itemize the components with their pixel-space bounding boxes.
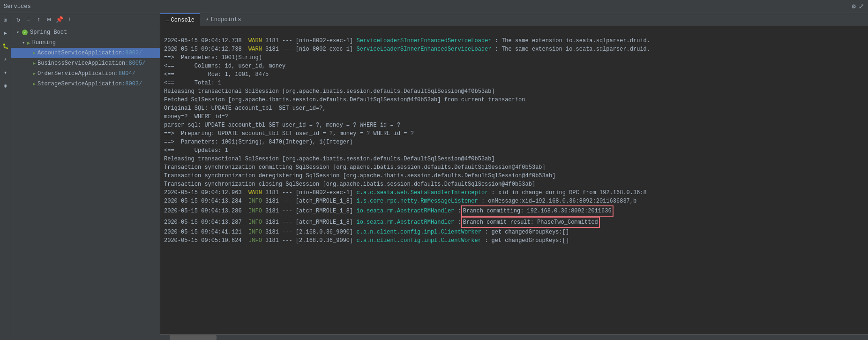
- console-tabs: ≡ Console ⚡ Endpoints: [160, 13, 868, 26]
- log-line: <== Columns: id, user_id, money: [160, 62, 868, 70]
- expand-icon[interactable]: ⤢: [859, 2, 864, 10]
- log-line: Releasing transactional SqlSession [org.…: [160, 87, 868, 96]
- expand-arrow-spring-boot: ▾: [15, 30, 21, 35]
- debug-icon[interactable]: 🐛: [1, 41, 10, 51]
- log-line: 2020-05-15 09:04:41.121 INFO 3181 --- [2…: [160, 228, 868, 236]
- bookmark-icon[interactable]: ✦: [1, 68, 10, 77]
- tree-item-business-service[interactable]: ▶ BusinessServiceApplication :8005/: [11, 58, 160, 68]
- order-app-icon: ▶: [33, 71, 36, 76]
- log-line: Transaction synchronization closing SqlS…: [160, 180, 868, 189]
- services-icon[interactable]: ⊞: [1, 15, 10, 24]
- log-line: <== Row: 1, 1001, 8475: [160, 70, 868, 79]
- tab-console[interactable]: ≡ Console: [160, 13, 200, 26]
- storage-app-icon: ▶: [33, 81, 36, 87]
- log-line-branch-commit-result: 2020-05-15 09:04:13.287 INFO 3181 --- [a…: [160, 217, 868, 228]
- log-line: Fetched SqlSession [org.apache.ibatis.se…: [160, 96, 868, 104]
- log-line: [160, 28, 868, 37]
- running-icon: ▶: [27, 40, 30, 46]
- tree-item-account-service[interactable]: ▶ AccountServiceApplication :8002/: [11, 48, 160, 58]
- console-tab-icon: ≡: [166, 17, 169, 23]
- business-service-label: BusinessServiceApplication: [37, 60, 125, 67]
- svg-text:⚡: ⚡: [24, 30, 26, 35]
- log-line: ==> Parameters: 1001(String): [160, 53, 868, 62]
- log-line: 2020-05-15 09:04:12.963 WARN 3181 --- [n…: [160, 189, 868, 197]
- order-service-label: OrderServiceApplication: [37, 70, 115, 77]
- log-line: <== Total: 1: [160, 79, 868, 87]
- expand-arrow-account: [26, 50, 32, 56]
- order-service-port: :8004/: [115, 70, 135, 77]
- console-tab-label: Console: [171, 17, 195, 23]
- log-line: ==> Preparing: UPDATE account_tbl SET us…: [160, 129, 868, 138]
- title-bar: Services ⚙ ⤢: [0, 0, 868, 13]
- run-icon[interactable]: ▶: [1, 28, 10, 38]
- account-app-icon: ▶: [33, 50, 36, 56]
- tree-item-order-service[interactable]: ▶ OrderServiceApplication :8004/: [11, 68, 160, 79]
- spring-boot-logo: ⚡: [22, 29, 28, 36]
- services-toolbar: ↻ ≡ ↑ ⊟ 📌 +: [11, 13, 160, 26]
- services-tree: ▾ ⚡ Spring Boot ▾ ▶ Running ▶ AccountSer…: [11, 26, 160, 340]
- log-line: 2020-05-15 09:04:12.738 WARN 3181 --- [n…: [160, 37, 868, 45]
- scrollbar-thumb[interactable]: [170, 335, 217, 340]
- storage-service-label: StorageServiceApplication: [37, 81, 122, 87]
- tree-item-running[interactable]: ▾ ▶ Running: [11, 38, 160, 48]
- tree-item-spring-boot[interactable]: ▾ ⚡ Spring Boot: [11, 27, 160, 38]
- title-bar-actions: ⚙ ⤢: [852, 2, 864, 10]
- log-line: Original SQL: UPDATE account_tbl SET use…: [160, 104, 868, 113]
- pin-button[interactable]: 📌: [55, 15, 64, 24]
- account-service-label: AccountServiceApplication: [37, 50, 122, 56]
- log-line: Transaction synchronization committing S…: [160, 163, 868, 172]
- business-app-icon: ▶: [33, 60, 36, 66]
- log-line: Transaction synchronization deregisterin…: [160, 172, 868, 180]
- expand-arrow-storage: [26, 81, 32, 87]
- console-output[interactable]: 2020-05-15 09:04:12.738 WARN 3181 --- [n…: [160, 26, 868, 334]
- log-line-branch-committing: 2020-05-15 09:04:13.286 INFO 3181 --- [a…: [160, 205, 868, 217]
- log-line: 2020-05-15 09:04:13.284 INFO 3181 --- [a…: [160, 197, 868, 205]
- log-line: <== Updates: 1: [160, 146, 868, 155]
- database-icon[interactable]: ◉: [1, 81, 10, 90]
- log-line: Releasing transactional SqlSession [org.…: [160, 155, 868, 163]
- horizontal-scrollbar[interactable]: [160, 334, 868, 340]
- expand-arrow-business: [26, 60, 32, 66]
- log-line: ==> Parameters: 1001(String), 8470(Integ…: [160, 138, 868, 146]
- spring-boot-label: Spring Boot: [30, 29, 67, 36]
- log-line: 2020-05-15 09:04:12.738 WARN 3181 --- [n…: [160, 45, 868, 53]
- icon-sidebar: ⊞ ▶ 🐛 ⚡ ✦ ◉: [0, 13, 11, 340]
- group-button[interactable]: ≡: [24, 15, 33, 24]
- log-line: money=? WHERE id=?: [160, 113, 868, 121]
- add-button[interactable]: +: [66, 15, 74, 24]
- account-service-port: :8002/: [122, 50, 142, 56]
- log-line: 2020-05-15 09:05:10.624 INFO 3181 --- [2…: [160, 236, 868, 245]
- filter-button[interactable]: ⊟: [45, 15, 53, 24]
- structure-icon[interactable]: ⚡: [1, 54, 10, 64]
- endpoints-tab-label: Endpoints: [211, 16, 241, 23]
- refresh-button[interactable]: ↻: [14, 15, 22, 24]
- storage-service-port: :8003/: [122, 81, 142, 87]
- settings-icon[interactable]: ⚙: [852, 2, 856, 10]
- panel-title: Services: [4, 3, 31, 10]
- running-label: Running: [32, 39, 56, 46]
- main-layout: ⊞ ▶ 🐛 ⚡ ✦ ◉ ↻ ≡ ↑ ⊟ 📌 + ▾ ⚡ Spring Boot: [0, 13, 868, 340]
- tab-endpoints[interactable]: ⚡ Endpoints: [200, 13, 247, 26]
- collapse-button[interactable]: ↑: [35, 15, 43, 24]
- endpoints-tab-icon: ⚡: [206, 16, 209, 23]
- log-line: parser sql: UPDATE account_tbl SET user_…: [160, 121, 868, 129]
- branch-commit-result-highlight: Branch commit result: PhaseTwo_Committed: [461, 217, 600, 228]
- console-area: ≡ Console ⚡ Endpoints 2020-05-15 09:04:1…: [160, 13, 868, 340]
- expand-arrow-order: [26, 71, 32, 76]
- services-panel: ↻ ≡ ↑ ⊟ 📌 + ▾ ⚡ Spring Boot ▾ ▶ Running: [11, 13, 160, 340]
- branch-committing-highlight: Branch committing: 192.168.0.36:8092:201…: [461, 205, 614, 217]
- tree-item-storage-service[interactable]: ▶ StorageServiceApplication :8003/: [11, 79, 160, 89]
- business-service-port: :8005/: [125, 60, 145, 67]
- expand-arrow-running: ▾: [21, 40, 26, 45]
